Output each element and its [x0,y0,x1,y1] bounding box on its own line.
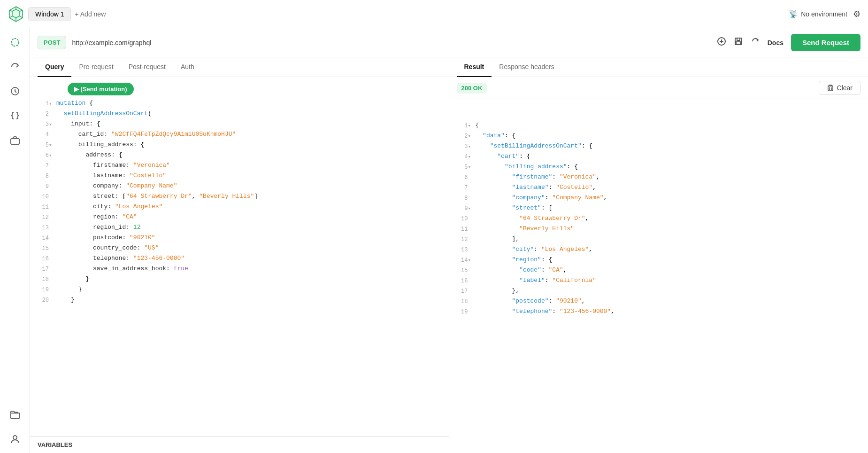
query-line-18: 18 } [30,275,449,286]
query-line-2: 2 setBillingAddressOnCart( [30,110,449,120]
url-bar: POST [30,28,868,57]
query-line-16: 16 telephone: "123-456-0000" [30,255,449,265]
query-line-6: 6 ▾ address: { [30,151,449,162]
result-line-3: 3 ▾ "setBillingAddressOnCart": { [449,142,868,153]
query-line-5: 5 ▾ billing_address: { [30,141,449,151]
result-line-4: 4 ▾ "cart": { [449,153,868,163]
sidebar-icon-braces[interactable] [8,109,22,122]
url-actions: Docs Send Request [717,34,860,51]
result-line-2: 2 ▾ "data": { [449,132,868,142]
result-line-5: 5 ▾ "billing_address": { [449,163,868,173]
no-env-icon: 📡 [789,9,798,18]
result-line-13: 13 "city": "Los Angeles", [449,246,868,256]
refresh-button[interactable] [751,37,760,48]
result-header: 200 OK Clear [449,77,868,99]
result-content[interactable]: 1 ▾ { 2 ▾ "data": { 3 ▾ "setBi [449,99,868,453]
no-env-label: No environment [801,10,847,18]
send-request-button[interactable]: Send Request [791,34,860,51]
result-line-7: 7 "lastname": "Costello", [449,184,868,194]
save-button[interactable] [734,37,743,48]
right-tab-bar: Result Response headers [449,57,868,77]
add-new-button[interactable]: + Add new [75,10,106,18]
query-line-17: 17 save_in_address_book: true [30,265,449,275]
query-line-1: 1 ▾ mutation { [30,100,449,110]
trash-icon [827,84,834,92]
result-line-9: 9 ▾ "street": [ [449,204,868,215]
result-line-6: 6 "firstname": "Veronica", [449,173,868,184]
sidebar-icon-folder[interactable] [8,408,22,421]
svg-rect-17 [736,42,741,44]
send-mutation-button[interactable]: ▶ (Send mutation) [68,83,134,95]
query-line-9: 9 company: "Company Name" [30,182,449,193]
clear-label: Clear [837,84,853,92]
main-layout: POST [0,28,868,453]
query-code: 1 ▾ mutation { 2 setBillingAddressOnCart… [30,81,449,306]
content-area: POST [30,28,868,453]
logo [8,5,24,23]
result-line-8: 8 "company": "Company Name", [449,194,868,204]
sidebar-icon-briefcase[interactable] [8,133,22,147]
result-line-16: 16 "label": "California" [449,277,868,287]
url-input[interactable] [72,39,711,47]
query-line-3: 3 ▾ input: { [30,120,449,131]
svg-point-11 [13,436,17,439]
sidebar-icon-history[interactable] [8,85,22,98]
tab-response-headers[interactable]: Response headers [492,57,562,77]
query-line-20: 20 } [30,296,449,306]
tab-query[interactable]: Query [38,57,71,77]
top-bar: Window 1 + Add new 📡 No environment ⚙ [0,0,868,28]
sidebar [0,28,30,453]
tab-post-request[interactable]: Post-request [121,57,173,77]
panels: Query Pre-request Post-request Auth ▶ (S… [30,57,868,453]
sidebar-icon-loader[interactable] [8,36,22,49]
query-line-15: 15 country_code: "US" [30,244,449,255]
docs-button[interactable]: Docs [768,39,784,47]
tab-pre-request[interactable]: Pre-request [71,57,121,77]
result-line-19: 19 "telephone": "123-456-0000", [449,308,868,318]
result-line-10: 10 "64 Strawberry Dr", [449,215,868,225]
environment-selector[interactable]: 📡 No environment [789,9,847,18]
svg-rect-10 [11,139,19,144]
query-line-11: 11 city: "Los Angeles" [30,203,449,213]
left-panel: Query Pre-request Post-request Auth ▶ (S… [30,57,449,453]
tab-auth[interactable]: Auth [173,57,202,77]
right-panel: Result Response headers 200 OK Clear [449,57,868,453]
result-line-15: 15 "code": "CA", [449,266,868,277]
result-line-14: 14 ▾ "region": { [449,256,868,266]
result-line-12: 12 ], [449,235,868,246]
query-line-13: 13 region_id: 12 [30,224,449,234]
variables-bar[interactable]: VARIABLES [30,436,449,453]
result-line-17: 17 }, [449,287,868,297]
result-code: 1 ▾ { 2 ▾ "data": { 3 ▾ "setBi [449,103,868,318]
clear-button[interactable]: Clear [819,81,860,95]
left-tab-bar: Query Pre-request Post-request Auth [30,57,449,77]
window-tab[interactable]: Window 1 [28,7,71,21]
result-line-1: 1 ▾ { [449,122,868,132]
result-line-18: 18 "postcode": "90210", [449,297,868,308]
query-line-19: 19 } [30,286,449,296]
query-line-14: 14 postcode: "90210" [30,234,449,244]
query-line-7: 7 firstname: "Veronica" [30,162,449,172]
svg-rect-16 [737,38,740,40]
result-line-11: 11 "Beverly Hills" [449,225,868,235]
add-param-button[interactable] [717,37,726,48]
settings-button[interactable]: ⚙ [853,9,860,19]
query-editor[interactable]: ▶ (Send mutation) 1 ▾ mutation { 2 setBi… [30,77,449,436]
method-badge[interactable]: POST [38,36,66,49]
status-badge: 200 OK [457,83,487,94]
svg-point-8 [11,39,19,46]
sidebar-icon-refresh[interactable] [8,60,22,73]
query-line-4: 4 cart_id: "W2CfFQ4FeTpZdQcy9A1miU0SuKnm… [30,131,449,141]
query-line-10: 10 street: ["64 Strawberry Dr", "Beverly… [30,193,449,203]
sidebar-icon-user[interactable] [8,432,22,445]
query-line-8: 8 lastname: "Costello" [30,172,449,182]
query-line-12: 12 region: "CA" [30,213,449,224]
tab-result[interactable]: Result [457,57,492,77]
svg-rect-18 [828,86,833,91]
